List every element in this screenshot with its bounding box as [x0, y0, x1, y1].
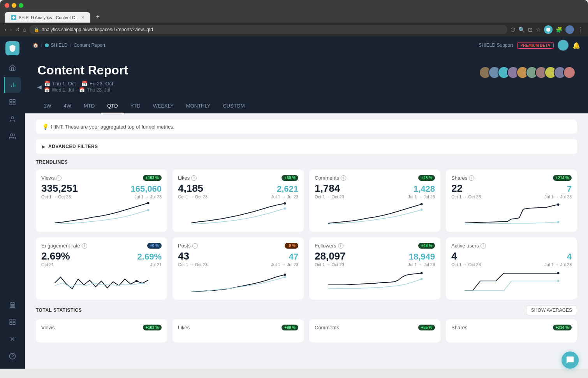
card-shares: Shares i +214 % 22 7 Oct 1 → Oct 23 Jul …: [446, 170, 577, 232]
sidebar-item-grid2[interactable]: [5, 314, 20, 330]
support-label: SHIELD Support: [479, 42, 513, 48]
card-active-users-main-value: 4: [451, 250, 457, 262]
date-dash-2: -: [76, 87, 77, 93]
card-comments-compare-value: 1,428: [414, 184, 435, 194]
card-comments-date-left: Oct 1 → Oct 23: [315, 194, 344, 199]
traffic-light-green[interactable]: [19, 3, 23, 8]
total-card-comments: Comments +55 %: [309, 319, 440, 343]
back-button[interactable]: ‹: [5, 26, 7, 33]
topbar-user-avatar[interactable]: [558, 40, 569, 51]
chat-button[interactable]: [562, 352, 579, 369]
date-end-2: Thu 23. Jul: [87, 87, 110, 93]
sidebar-item-help[interactable]: [5, 348, 20, 364]
sidebar-logo[interactable]: [5, 41, 19, 55]
card-followers-date-right: Jul 1 → Jul 23: [408, 262, 435, 267]
total-card-likes: Likes +99 %: [173, 319, 304, 343]
browser-tab[interactable]: SHiELD Analytics - Content O... ×: [5, 12, 90, 23]
card-likes-title: Likes: [178, 175, 190, 181]
tab-custom[interactable]: CUSTOM: [217, 99, 251, 113]
card-views-badge: +103 %: [143, 175, 162, 181]
date-line-1: 📅 Thu 1. Oct - 📅 Fri 23. Oct: [44, 81, 113, 87]
svg-rect-6: [13, 103, 15, 105]
card-posts-info-icon[interactable]: i: [192, 243, 198, 249]
sidebar-item-user[interactable]: [5, 111, 20, 127]
card-shares-compare-value: 7: [567, 184, 572, 194]
breadcrumb-shield[interactable]: SHIELD: [44, 42, 67, 48]
tab-weekly[interactable]: WEEKLY: [147, 99, 180, 113]
date-start-1: Thu 1. Oct: [52, 81, 76, 87]
forward-button[interactable]: ›: [10, 26, 12, 33]
svg-point-27: [284, 276, 286, 278]
card-engagement-chart: [41, 269, 162, 293]
card-posts-date-left: Oct 1 → Oct 23: [178, 262, 208, 267]
sidebar-item-analytics[interactable]: [4, 77, 21, 93]
card-active-users-chart: [451, 269, 572, 293]
tab-qtd[interactable]: QTD: [101, 99, 124, 113]
svg-point-31: [557, 280, 560, 282]
total-card-views: Views +103 %: [36, 319, 167, 343]
date-start-2: Wed 1. Jul: [52, 87, 74, 93]
advanced-filters[interactable]: ▶ ADVANCED FILTERS: [36, 139, 577, 154]
sidebar-item-home[interactable]: [5, 60, 20, 76]
card-shares-chart: [451, 201, 572, 225]
card-engagement-info-icon[interactable]: i: [82, 243, 87, 249]
card-likes-compare-value: 2,621: [277, 184, 298, 194]
menu-icon[interactable]: ⋮: [577, 26, 583, 34]
cast-icon[interactable]: ⊡: [528, 26, 533, 33]
external-link-icon[interactable]: ⬡: [511, 26, 515, 33]
card-views: Views i +103 % 335,251 165,060 Oct 1 → O…: [36, 170, 167, 232]
card-followers-info-icon[interactable]: i: [338, 243, 343, 249]
card-likes-info-icon[interactable]: i: [191, 175, 197, 181]
card-followers-badge: +48 %: [418, 243, 435, 249]
tab-mtd[interactable]: MTD: [77, 99, 101, 113]
card-comments-date-right: Jul 1 → Jul 23: [408, 194, 435, 199]
tab-ytd[interactable]: YTD: [124, 99, 147, 113]
sidebar-item-users[interactable]: [5, 129, 20, 144]
home-browser-button[interactable]: ⌂: [23, 26, 26, 33]
shield-extension-icon[interactable]: [544, 25, 553, 34]
cal-icon-2: 📅: [81, 81, 88, 87]
hint-bar: 💡 HINT: These are your aggregated top of…: [36, 120, 577, 134]
sidebar-item-organization[interactable]: [5, 297, 20, 313]
avatar-10[interactable]: [563, 66, 576, 79]
card-views-info-icon[interactable]: i: [56, 175, 62, 181]
card-engagement-date-right: Jul 21: [150, 262, 162, 267]
sidebar-item-grid[interactable]: [5, 94, 20, 110]
star-icon[interactable]: ☆: [536, 26, 541, 33]
card-engagement-badge: +0 %: [147, 243, 162, 249]
user-avatar[interactable]: [565, 25, 574, 34]
date-prev-chevron[interactable]: ◀: [37, 84, 42, 90]
new-tab-button[interactable]: +: [92, 11, 103, 23]
card-shares-info-icon[interactable]: i: [469, 175, 474, 181]
show-averages-button[interactable]: SHOW AVERAGES: [526, 305, 577, 315]
tab-1w[interactable]: 1W: [37, 99, 58, 113]
url-text: analytics.shieldapp.ai/workspaces/1/repo…: [42, 27, 153, 32]
cal-icon-3: 📅: [44, 87, 50, 93]
card-likes-chart: [178, 201, 298, 225]
card-active-users-info-icon[interactable]: i: [481, 243, 486, 249]
traffic-light-yellow[interactable]: [12, 3, 16, 8]
premium-badge[interactable]: PREMIUM BETA: [517, 42, 554, 49]
svg-point-18: [147, 209, 150, 211]
card-comments-info-icon[interactable]: i: [341, 175, 346, 181]
sidebar-item-close[interactable]: [5, 331, 20, 347]
date-line-2: 📅 Wed 1. Jul - 📅 Thu 23. Jul: [44, 87, 113, 93]
card-engagement-compare-value: 2.69%: [137, 252, 162, 262]
reload-button[interactable]: ↺: [15, 26, 20, 33]
tab-close-icon[interactable]: ×: [81, 14, 85, 20]
tab-monthly[interactable]: MONTHLY: [180, 99, 217, 113]
tab-4w[interactable]: 4W: [58, 99, 78, 113]
card-comments-chart: [315, 201, 435, 225]
svg-point-30: [557, 272, 560, 274]
zoom-icon[interactable]: 🔍: [518, 26, 525, 33]
card-engagement: Engagement rate i +0 % 2.69% 2.69% Oct 2…: [36, 237, 167, 300]
topbar-right: SHIELD Support PREMIUM BETA 🔔: [479, 40, 580, 51]
traffic-light-red[interactable]: [5, 3, 9, 8]
topbar-bell-icon[interactable]: 🔔: [572, 42, 580, 49]
breadcrumb-home[interactable]: 🏠: [33, 42, 39, 48]
puzzle-icon[interactable]: 🧩: [556, 26, 562, 33]
cal-icon-1: 📅: [44, 81, 50, 87]
date-dash-1: -: [78, 81, 79, 87]
address-bar[interactable]: 🔒 analytics.shieldapp.ai/workspaces/1/re…: [29, 25, 507, 34]
card-comments-main-value: 1,784: [315, 182, 340, 194]
